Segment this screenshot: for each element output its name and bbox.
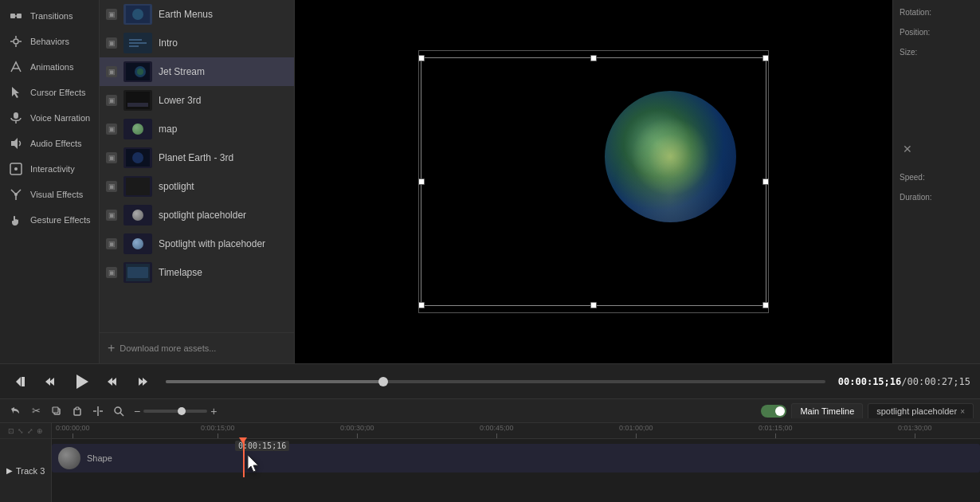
zoom-fit-button[interactable] (110, 402, 127, 420)
sidebar-item-visual-effects[interactable]: Visual Effects (0, 182, 99, 207)
collapse-all-button[interactable]: ⤢ (27, 427, 33, 435)
tab-close-icon[interactable]: × (960, 407, 965, 416)
asset-list: ▣ Earth Menus ▣ Intro ▣ Jet Stream ▣ (100, 0, 295, 363)
track-content: 0:00:00;00 0:00:15;00 0:00:30;00 0:00:45… (52, 423, 980, 502)
fit-tracks-button[interactable]: ⊡ (8, 427, 14, 435)
svg-rect-1 (17, 14, 22, 18)
time-current: 00:00:15;16 (838, 376, 901, 387)
sidebar-item-audio-effects[interactable]: Audio Effects (0, 131, 99, 156)
sidebar-item-label: Visual Effects (30, 190, 83, 199)
handle-mr[interactable] (762, 178, 769, 185)
asset-item-earth-menus[interactable]: ▣ Earth Menus (100, 0, 294, 29)
zoom-slider[interactable] (143, 410, 207, 413)
tab-main-timeline[interactable]: Main Timeline (791, 403, 863, 418)
svg-rect-25 (127, 103, 148, 107)
expand-all-button[interactable]: ⤡ (18, 427, 24, 435)
zoom-plus-button[interactable]: + (210, 405, 217, 418)
undo-button[interactable] (6, 402, 24, 420)
handle-bl[interactable] (418, 302, 425, 308)
handle-ml[interactable] (418, 178, 425, 185)
ruler-mark-2: 0:00:30;00 (340, 424, 374, 438)
sidebar-item-label: Cursor Effects (30, 88, 86, 97)
visual-icon (8, 186, 24, 202)
track3-expand[interactable]: ▶ (6, 466, 13, 475)
asset-item-spotlight-with-placeholder[interactable]: ▣ Spotlight with placehoder (100, 229, 294, 258)
asset-label: Timelapse (159, 267, 202, 278)
handle-br[interactable] (762, 302, 769, 308)
svg-point-23 (137, 69, 143, 75)
toggle-knob (775, 406, 785, 416)
sidebar-item-interactivity[interactable]: Interactivity (0, 156, 99, 182)
paste-button[interactable] (69, 402, 86, 420)
asset-type-icon: ▣ (106, 37, 117, 49)
asset-item-timelapse[interactable]: ▣ Timelapse (100, 258, 294, 287)
rotation-prop: Rotation: (900, 8, 974, 18)
sidebar-item-animations[interactable]: Animations (0, 54, 99, 80)
track3-label: Track 3 (16, 466, 45, 476)
asset-thumb (123, 233, 152, 254)
position-label: Position: (900, 28, 974, 37)
animation-icon (8, 59, 24, 75)
timeline-content: ⊡ ⤡ ⤢ ⊕ ▶ Track 3 0:00:00;00 0:00:15;00 (0, 423, 980, 502)
ruler-mark-0: 0:00:00;00 (56, 424, 90, 438)
sidebar-item-transitions[interactable]: Transitions (0, 3, 99, 29)
svg-point-27 (132, 152, 143, 163)
sidebar-item-label: Animations (30, 62, 73, 72)
cursor-icon (8, 84, 24, 100)
handle-tm[interactable] (590, 55, 597, 61)
rewind-button[interactable] (10, 371, 32, 393)
split-button[interactable] (89, 402, 107, 420)
play-button[interactable] (67, 367, 96, 396)
zoom-thumb[interactable] (178, 407, 186, 415)
asset-item-intro[interactable]: ▣ Intro (100, 29, 294, 57)
asset-type-icon: ▣ (106, 238, 117, 249)
shape-block[interactable]: Shape (52, 444, 980, 473)
asset-type-icon: ▣ (106, 152, 117, 163)
svg-point-16 (132, 9, 143, 20)
sidebar-item-cursor-effects[interactable]: Cursor Effects (0, 80, 99, 105)
sidebar-item-behaviors[interactable]: Behaviors (0, 29, 99, 54)
timeline-scrubber[interactable] (166, 380, 825, 383)
cut-button[interactable]: ✂ (27, 402, 45, 420)
handle-tr[interactable] (762, 55, 769, 61)
asset-item-spotlight-placeholder[interactable]: ▣ spotlight placeholder (100, 201, 294, 229)
handle-bm[interactable] (590, 302, 597, 308)
cursor-indicator (245, 453, 264, 478)
zoom-minus-button[interactable]: − (134, 405, 140, 418)
download-more-label[interactable]: Download more assets... (120, 343, 216, 353)
copy-button[interactable] (48, 402, 65, 420)
asset-thumb (123, 61, 152, 82)
asset-item-lower-3rd[interactable]: ▣ Lower 3rd (100, 86, 294, 115)
panel-close-button[interactable]: ✕ (900, 141, 915, 157)
behavior-icon (8, 33, 24, 49)
sidebar-item-gesture-effects[interactable]: Gesture Effects (0, 207, 99, 233)
svg-rect-32 (22, 377, 25, 386)
sidebar-item-voice-narration[interactable]: Voice Narration (0, 105, 99, 131)
svg-point-14 (14, 193, 18, 196)
tab-spotlight-placeholder[interactable]: spotlight placeholder × (868, 403, 974, 418)
prev-frame-button[interactable] (102, 371, 124, 393)
asset-item-jet-stream[interactable]: ▣ Jet Stream (100, 57, 294, 86)
zoom-control: − + (134, 405, 217, 418)
speed-prop: Speed: (900, 173, 974, 183)
timeline-toggle[interactable] (761, 405, 786, 418)
track3-content: spotlight placeholder Shape 0:00:15;16 (52, 439, 980, 477)
time-total: 00:00:27;15 (907, 376, 970, 387)
sidebar-item-label: Transitions (30, 11, 73, 21)
asset-item-spotlight[interactable]: ▣ spotlight (100, 172, 294, 201)
add-track-button[interactable]: ⊕ (37, 427, 43, 435)
add-icon: + (108, 341, 115, 355)
asset-item-map[interactable]: ▣ map (100, 115, 294, 143)
asset-type-icon: ▣ (106, 124, 117, 135)
handle-tl[interactable] (418, 55, 425, 61)
toggle-switch[interactable] (761, 405, 786, 418)
asset-label: Spotlight with placehoder (159, 238, 265, 249)
speed-label: Speed: (900, 173, 974, 182)
scrubber-thumb[interactable] (378, 377, 388, 386)
next-frame-button[interactable] (131, 371, 153, 393)
asset-item-planet-earth[interactable]: ▣ Planet Earth - 3rd (100, 143, 294, 172)
svg-marker-35 (76, 375, 88, 389)
step-back-button[interactable] (38, 371, 61, 393)
svg-rect-28 (126, 178, 150, 195)
asset-footer[interactable]: + Download more assets... (100, 332, 294, 363)
